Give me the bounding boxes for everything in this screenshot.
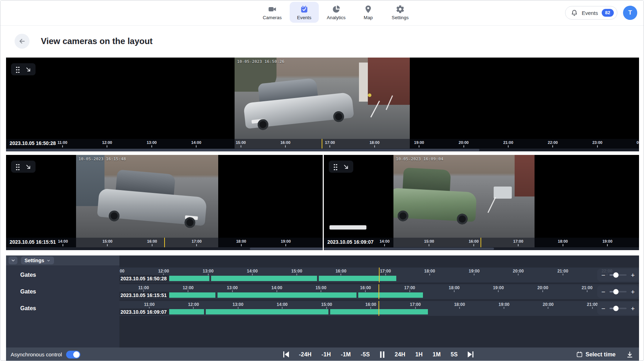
recorded-segment[interactable] xyxy=(206,309,328,314)
playhead[interactable] xyxy=(379,301,379,316)
video-frame[interactable]: 10-05-2023 16:09:04 xyxy=(324,155,639,238)
camera-list-item[interactable]: Gates xyxy=(20,272,36,278)
jump-fwd-1m-button[interactable]: 1M xyxy=(429,350,445,359)
zoom-in-button[interactable]: + xyxy=(630,289,635,295)
camera-tile-3[interactable]: 10-05-2023 16:09:04 14:0015:0016:0017:00… xyxy=(324,155,639,250)
zoom-slider-knob[interactable] xyxy=(613,306,619,311)
pause-button[interactable] xyxy=(376,350,389,359)
hour-tick xyxy=(419,145,419,147)
timeline-scrollbar[interactable] xyxy=(6,247,323,250)
async-control-label: Asynchronous control xyxy=(11,351,62,357)
skip-to-end-button[interactable] xyxy=(464,350,478,359)
video-frame[interactable]: 10-05-2023 16:50:26 xyxy=(6,58,639,139)
hour-label: 16:00 xyxy=(147,239,157,243)
timeline-row-2[interactable]: 11:0012:0013:0014:0015:0016:0017:0018:00… xyxy=(119,284,639,299)
title-row: View cameras on the layout xyxy=(15,34,152,49)
hour-tick xyxy=(188,290,188,292)
zoom-out-button[interactable]: − xyxy=(601,272,606,279)
jump-fwd-1h-button[interactable]: 1H xyxy=(412,350,427,359)
timeline-rows: 11:0012:0013:0014:0015:0016:0017:0018:00… xyxy=(119,265,639,347)
nav-item-analytics[interactable]: Analytics xyxy=(322,2,351,23)
hour-tick xyxy=(587,290,587,292)
drag-handle-icon[interactable] xyxy=(15,66,20,73)
playhead[interactable] xyxy=(481,238,481,247)
nav-item-settings[interactable]: Settings xyxy=(386,2,415,23)
recorded-segment[interactable] xyxy=(211,276,317,281)
camera-tile-1[interactable]: 10-05-2023 16:50:26 11:0012:0013:0014:00… xyxy=(6,58,639,151)
jump-back-1m-button[interactable]: -1M xyxy=(337,350,355,359)
zoom-in-button[interactable]: + xyxy=(630,305,635,312)
jump-fwd-5s-button[interactable]: 5S xyxy=(447,350,462,359)
nav-item-map[interactable]: Map xyxy=(354,2,383,23)
right-controls: Select time xyxy=(574,351,639,358)
zoom-slider[interactable] xyxy=(610,274,627,276)
hour-tick xyxy=(321,290,321,292)
timeline-scrollbar[interactable] xyxy=(324,247,639,250)
playhead[interactable] xyxy=(379,268,380,282)
nav-item-cameras[interactable]: Cameras xyxy=(258,2,287,23)
timeline-zoom-control: − + xyxy=(597,269,639,281)
zoom-slider-knob[interactable] xyxy=(613,289,619,295)
recorded-segment[interactable] xyxy=(218,292,356,298)
hour-label: 21:00 xyxy=(581,285,592,290)
recorded-segment[interactable] xyxy=(358,292,423,298)
hour-tick xyxy=(385,274,386,275)
select-time-label: Select time xyxy=(586,351,616,358)
jump-fwd-24h-button[interactable]: 24H xyxy=(391,350,409,359)
hour-tick xyxy=(107,244,108,246)
zoom-slider-knob[interactable] xyxy=(613,273,619,278)
settings-dropdown-button[interactable]: Settings xyxy=(21,257,54,264)
drag-handle-icon[interactable] xyxy=(333,163,337,170)
user-avatar[interactable]: T xyxy=(623,6,637,20)
jump-back-1h-button[interactable]: -1H xyxy=(318,350,335,359)
hour-label: 16:00 xyxy=(469,239,479,243)
timeline-strip[interactable]: 14:0015:0016:0017:0018:0019:00 2023.10.0… xyxy=(6,238,323,247)
recorded-segment[interactable] xyxy=(330,309,428,314)
skip-to-start-button[interactable] xyxy=(279,350,293,359)
playhead[interactable] xyxy=(379,284,379,299)
zoom-slider[interactable] xyxy=(610,308,627,309)
notifications-events-button[interactable]: Events 82 xyxy=(565,6,617,20)
scrollbar-thumb[interactable] xyxy=(324,248,494,250)
playhead[interactable] xyxy=(164,238,165,247)
hour-tick xyxy=(415,307,416,309)
camera-tile-2[interactable]: 10-05-2023 16:15:48 14:0015:0016:0017:00… xyxy=(6,155,323,250)
recorded-segment[interactable] xyxy=(162,292,215,298)
select-time-button[interactable]: Select time xyxy=(574,351,618,358)
download-button[interactable] xyxy=(626,351,633,358)
video-frame[interactable]: 10-05-2023 16:15:48 xyxy=(6,155,323,238)
jump-back-24h-button[interactable]: -24H xyxy=(295,350,315,359)
timeline-row-1[interactable]: 11:0012:0013:0014:0015:0016:0017:0018:00… xyxy=(119,268,639,282)
drag-handle-icon[interactable] xyxy=(15,163,20,170)
zoom-out-button[interactable]: − xyxy=(601,305,606,312)
hour-label: 11:00 xyxy=(119,269,124,274)
zoom-out-button[interactable]: − xyxy=(601,289,606,295)
playhead[interactable] xyxy=(322,139,322,149)
camera-list-item[interactable]: Gates xyxy=(20,305,36,312)
timeline-strip[interactable]: 11:0012:0013:0014:0015:0016:0017:0018:00… xyxy=(6,139,639,149)
expand-icon[interactable] xyxy=(25,164,31,170)
back-button[interactable] xyxy=(15,34,29,49)
jump-back-5s-button[interactable]: -5S xyxy=(357,350,374,359)
recorded-segment[interactable] xyxy=(319,276,397,281)
expand-icon[interactable] xyxy=(343,164,349,170)
hour-tick xyxy=(326,307,327,309)
timeline-panel: Settings Gates Gates Gates 11:0012:0013:… xyxy=(6,255,639,347)
collapse-panel-button[interactable] xyxy=(9,257,17,264)
scrollbar-thumb[interactable] xyxy=(6,149,479,151)
camera-list-item[interactable]: Gates xyxy=(20,289,36,295)
timeline-strip[interactable]: 14:0015:0016:0017:0018:0019:00 2023.10.0… xyxy=(324,238,639,247)
calendar-check-icon xyxy=(300,5,309,14)
async-control-toggle[interactable] xyxy=(66,351,80,359)
zoom-slider[interactable] xyxy=(610,291,627,292)
recorded-segment[interactable] xyxy=(162,276,209,281)
scrollbar-thumb[interactable] xyxy=(250,248,323,250)
nav-item-events[interactable]: Events xyxy=(290,2,319,23)
nav-label: Settings xyxy=(392,15,409,20)
hour-label: 15:00 xyxy=(236,140,246,145)
expand-icon[interactable] xyxy=(25,66,31,72)
timeline-row-3[interactable]: 11:0012:0013:0014:0015:0016:0017:0018:00… xyxy=(119,301,639,316)
zoom-in-button[interactable]: + xyxy=(630,272,635,279)
timeline-scrollbar[interactable] xyxy=(6,149,639,151)
scene-bollard xyxy=(368,93,371,97)
